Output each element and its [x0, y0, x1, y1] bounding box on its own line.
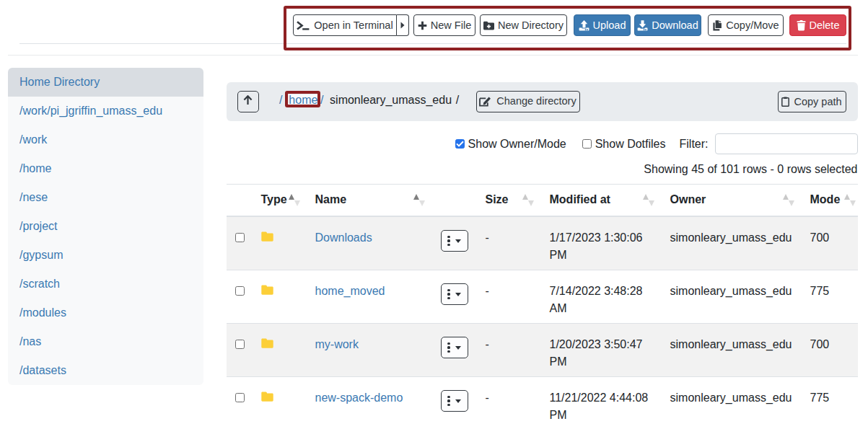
sort-icon-type: [289, 193, 301, 206]
upload-icon: [579, 20, 589, 31]
terminal-icon: [297, 21, 310, 30]
delete-label: Delete: [810, 20, 840, 31]
new-file-button[interactable]: New File: [413, 14, 475, 36]
sidebar-item-work[interactable]: /work: [8, 125, 203, 154]
file-mode: 775: [802, 376, 858, 429]
new-directory-label: New Directory: [498, 20, 564, 31]
sort-icon-modified-at: [643, 193, 655, 206]
delete-button[interactable]: Delete: [789, 14, 846, 36]
sidebar-item-gypsum[interactable]: /gypsum: [8, 241, 203, 270]
column-header-name[interactable]: Name: [307, 185, 432, 216]
column-header-size[interactable]: Size: [477, 185, 541, 216]
row-actions-dropdown[interactable]: [441, 390, 468, 412]
row-checkbox[interactable]: [235, 393, 245, 403]
kebab-icon: [447, 342, 450, 353]
file-owner: simonleary_umass_edu: [662, 376, 802, 429]
open-in-terminal-dropdown-toggle[interactable]: [397, 14, 409, 36]
edit-icon: [479, 96, 491, 107]
plus-icon: [418, 21, 427, 30]
file-row-downloads: Downloads - 1/17/2023 1:30:06 PM simonle…: [227, 216, 858, 270]
caret-down-icon: [455, 293, 461, 296]
file-mode: 775: [802, 270, 858, 323]
column-header-actions: [432, 185, 477, 216]
favorites-sidebar: Home Directory /work/pi_jgriffin_umass_e…: [8, 68, 203, 385]
file-link[interactable]: new-spack-demo: [315, 392, 403, 404]
file-link[interactable]: my-work: [315, 338, 359, 350]
sidebar-item-modules[interactable]: /modules: [8, 298, 203, 327]
upload-button[interactable]: Upload: [574, 14, 631, 36]
folder-icon: [261, 285, 273, 297]
folder-icon: [261, 392, 273, 404]
column-header-mode[interactable]: Mode: [802, 185, 858, 216]
column-header-type[interactable]: Type: [253, 185, 307, 216]
copy-icon: [712, 20, 722, 31]
copy-move-label: Copy/Move: [726, 20, 779, 31]
breadcrumb-home-link[interactable]: home: [289, 94, 317, 107]
breadcrumb-current-dir: simonleary_umass_edu: [330, 94, 452, 107]
folder-icon: [261, 338, 273, 350]
new-directory-button[interactable]: New Directory: [480, 14, 567, 36]
show-owner-mode-label[interactable]: Show Owner/Mode: [468, 138, 566, 151]
file-toolbar: Open in Terminal New File New Director: [293, 14, 846, 36]
column-header-owner[interactable]: Owner: [662, 185, 802, 216]
arrow-up-icon: [243, 95, 253, 107]
row-checkbox[interactable]: [235, 233, 245, 243]
breadcrumb-trailing-slash: /: [456, 94, 459, 107]
change-directory-button[interactable]: Change directory: [476, 91, 580, 112]
file-size: -: [477, 270, 541, 323]
file-row-new-spack-demo: new-spack-demo - 11/21/2022 4:44:08 PM s…: [227, 376, 858, 429]
row-actions-dropdown[interactable]: [441, 283, 468, 305]
breadcrumb-root-link[interactable]: /: [279, 94, 282, 107]
filter-input[interactable]: [715, 133, 858, 154]
caret-down-icon: [455, 346, 461, 350]
sidebar-item-datasets[interactable]: /datasets: [8, 356, 203, 385]
file-modified-at: 7/14/2022 3:48:28 AM: [541, 270, 662, 323]
sidebar-item-scratch[interactable]: /scratch: [8, 270, 203, 298]
file-mode: 700: [802, 323, 858, 376]
sort-icon-mode: [844, 193, 856, 206]
copy-path-label: Copy path: [794, 97, 841, 107]
table-header-row: Type Name Size Modified at: [227, 185, 858, 216]
kebab-icon: [447, 396, 450, 406]
row-count-status: Showing 45 of 101 rows - 0 rows selected: [227, 163, 858, 176]
folder-plus-icon: [483, 21, 494, 30]
sidebar-item-home-directory[interactable]: Home Directory: [8, 68, 203, 97]
file-owner: simonleary_umass_edu: [662, 216, 802, 270]
copy-path-button[interactable]: Copy path: [778, 91, 846, 112]
file-link[interactable]: Downloads: [315, 231, 372, 244]
file-row-home-moved: home_moved - 7/14/2022 3:48:28 AM simonl…: [227, 270, 858, 323]
sort-icon-size: [522, 193, 535, 206]
show-owner-mode-checkbox[interactable]: [455, 139, 465, 149]
sidebar-item-project[interactable]: /project: [8, 212, 203, 241]
sidebar-item-work-pi-jgriffin[interactable]: /work/pi_jgriffin_umass_edu: [8, 97, 203, 125]
row-checkbox[interactable]: [235, 286, 245, 296]
table-controls: Show Owner/Mode Show Dotfiles Filter:: [227, 133, 858, 154]
folder-icon: [261, 231, 273, 244]
copy-move-button[interactable]: Copy/Move: [708, 14, 784, 36]
sidebar-item-nas[interactable]: /nas: [8, 327, 203, 356]
file-modified-at: 11/21/2022 4:44:08 PM: [541, 376, 662, 429]
column-header-modified-at[interactable]: Modified at: [541, 185, 662, 216]
up-directory-button[interactable]: [237, 91, 259, 112]
show-dotfiles-label[interactable]: Show Dotfiles: [595, 138, 666, 151]
file-mode: 700: [802, 216, 858, 270]
open-in-terminal-label: Open in Terminal: [314, 20, 393, 31]
row-actions-dropdown[interactable]: [441, 230, 468, 252]
caret-down-icon: [455, 399, 461, 403]
file-owner: simonleary_umass_edu: [662, 270, 802, 323]
filter-label: Filter:: [680, 138, 709, 151]
caret-down-icon: [455, 239, 461, 243]
change-directory-label: Change directory: [496, 96, 576, 107]
row-actions-dropdown[interactable]: [441, 337, 468, 358]
sidebar-item-nese[interactable]: /nese: [8, 183, 203, 212]
download-button[interactable]: Download: [634, 14, 701, 36]
clipboard-icon: [781, 97, 789, 107]
file-modified-at: 1/20/2023 3:50:47 PM: [541, 323, 662, 376]
row-checkbox[interactable]: [235, 340, 245, 350]
sidebar-item-home[interactable]: /home: [8, 154, 203, 183]
file-link[interactable]: home_moved: [315, 285, 385, 297]
file-modified-at: 1/17/2023 1:30:06 PM: [541, 216, 662, 270]
open-in-terminal-button[interactable]: Open in Terminal: [293, 14, 397, 36]
show-dotfiles-checkbox[interactable]: [582, 139, 592, 149]
kebab-icon: [447, 289, 450, 299]
